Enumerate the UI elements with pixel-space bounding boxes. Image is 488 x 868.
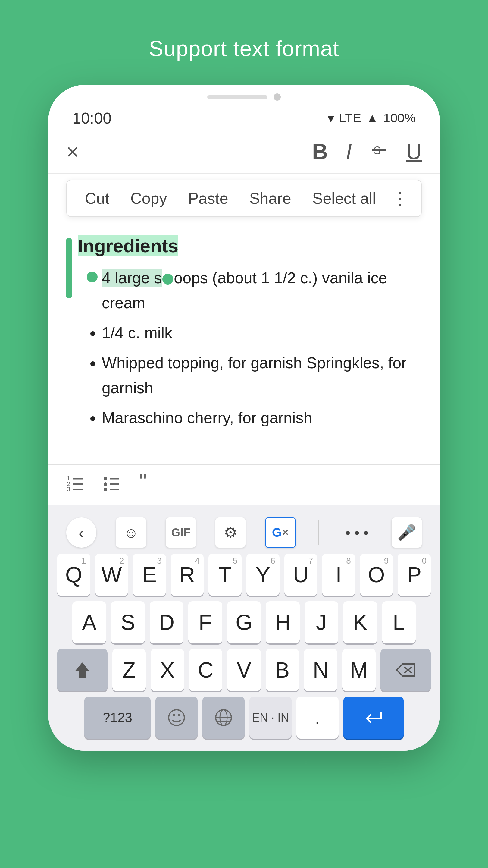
content-area: Ingredients 4 large soops (about 1 1/2 c…	[48, 223, 440, 464]
content-title: Ingredients	[78, 235, 422, 256]
key-g[interactable]: G	[227, 601, 261, 644]
selection-handle-right	[162, 274, 173, 284]
mic-button[interactable]: 🎤	[392, 518, 422, 548]
gif-button[interactable]: GIF	[166, 518, 196, 548]
numbered-list-button[interactable]: 1 2 3	[66, 474, 84, 496]
format-toolbar: × B I S U	[48, 130, 440, 174]
key-v[interactable]: V	[227, 649, 261, 691]
svg-point-19	[173, 714, 175, 716]
list-item: Whipped topping, for garnish Springkles,…	[102, 350, 422, 401]
enter-key[interactable]	[344, 696, 404, 739]
list-item: Maraschino cherry, for garnish	[102, 405, 422, 430]
share-button[interactable]: Share	[243, 186, 297, 210]
wifi-icon: ▾	[328, 111, 334, 126]
page-title: Support text format	[149, 36, 339, 61]
key-j[interactable]: J	[304, 601, 338, 644]
lte-label: LTE	[339, 111, 361, 125]
space-key[interactable]: EN · IN	[250, 696, 292, 739]
globe-key[interactable]	[202, 696, 245, 739]
svg-text:S: S	[373, 144, 381, 157]
list-item: 1/4 c. milk	[102, 320, 422, 345]
key-i[interactable]: 8I	[322, 554, 355, 596]
key-p[interactable]: 0P	[398, 554, 431, 596]
keyboard-row-1: 1Q 2W 3E 4R 5T 6Y 7U 8I 9O 0P	[48, 554, 440, 596]
list-item: 4 large soops (about 1 1/2 c.) vanila ic…	[102, 266, 422, 315]
key-d[interactable]: D	[150, 601, 184, 644]
svg-point-20	[178, 714, 181, 716]
emoji-key[interactable]	[156, 696, 198, 739]
key-y[interactable]: 6Y	[247, 554, 280, 596]
strikethrough-button[interactable]: S	[370, 139, 388, 164]
keyboard-top-row: ‹ ☺ GIF ⚙ G✕ • • • 🎤	[48, 512, 440, 554]
underline-button[interactable]: U	[406, 139, 422, 164]
shift-key[interactable]	[57, 649, 107, 691]
bold-button[interactable]: B	[312, 139, 328, 164]
context-menu: Cut Copy Paste Share Select all ⋮	[66, 180, 422, 217]
key-t[interactable]: 5T	[208, 554, 241, 596]
key-l[interactable]: L	[382, 601, 416, 644]
svg-point-12	[104, 488, 107, 491]
keyboard-back-button[interactable]: ‹	[66, 518, 96, 548]
keyboard-divider	[318, 521, 319, 545]
status-time: 10:00	[72, 109, 111, 127]
phone-notch	[48, 85, 440, 103]
bottom-format-bar: 1 2 3 "	[48, 464, 440, 505]
phone-speaker	[207, 95, 267, 99]
key-f[interactable]: F	[188, 601, 222, 644]
selection-handle-left	[87, 272, 98, 282]
key-e[interactable]: 3E	[133, 554, 166, 596]
key-r[interactable]: 4R	[171, 554, 204, 596]
status-icons: ▾ LTE ▲ 100%	[328, 111, 416, 126]
phone-camera	[273, 93, 281, 101]
phone-frame: 10:00 ▾ LTE ▲ 100% × B I S U Cut Copy Pa…	[48, 85, 440, 751]
key-w[interactable]: 2W	[95, 554, 128, 596]
svg-point-8	[104, 477, 107, 480]
cut-button[interactable]: Cut	[79, 186, 116, 210]
paste-button[interactable]: Paste	[182, 186, 234, 210]
italic-button[interactable]: I	[346, 139, 352, 164]
backspace-key[interactable]	[381, 649, 431, 691]
key-x[interactable]: X	[151, 649, 184, 691]
key-q[interactable]: 1Q	[57, 554, 90, 596]
bullet-list-button[interactable]	[102, 474, 121, 496]
more-options-button[interactable]: ⋮	[391, 188, 409, 209]
key-m[interactable]: M	[342, 649, 376, 691]
status-bar: 10:00 ▾ LTE ▲ 100%	[48, 103, 440, 130]
close-button[interactable]: ×	[66, 139, 79, 164]
key-b[interactable]: B	[266, 649, 299, 691]
key-n[interactable]: N	[304, 649, 337, 691]
more-button[interactable]: • • •	[342, 518, 372, 548]
key-z[interactable]: Z	[112, 649, 146, 691]
svg-text:": "	[139, 474, 147, 492]
selection-bar	[66, 238, 72, 299]
keyboard-row-2: A S D F G H J K L	[48, 601, 440, 644]
keyboard: ‹ ☺ GIF ⚙ G✕ • • • 🎤 1Q 2W 3E 4R 5T 6Y 7…	[48, 505, 440, 751]
period-key[interactable]: .	[296, 696, 338, 739]
svg-point-10	[104, 482, 107, 486]
key-k[interactable]: K	[343, 601, 377, 644]
numbers-key[interactable]: ?123	[84, 696, 151, 739]
key-h[interactable]: H	[266, 601, 299, 644]
emoji-board-button[interactable]: ☺	[116, 518, 146, 548]
key-u[interactable]: 7U	[284, 554, 318, 596]
key-a[interactable]: A	[72, 601, 106, 644]
svg-point-18	[169, 710, 184, 725]
select-all-button[interactable]: Select all	[306, 186, 382, 210]
copy-button[interactable]: Copy	[124, 186, 173, 210]
battery-label: 100%	[384, 111, 416, 125]
settings-button[interactable]: ⚙	[216, 518, 246, 548]
svg-marker-15	[75, 662, 90, 678]
translate-button[interactable]: G✕	[265, 518, 295, 548]
key-o[interactable]: 9O	[360, 554, 393, 596]
signal-icon: ▲	[366, 111, 379, 125]
key-s[interactable]: S	[111, 601, 144, 644]
key-c[interactable]: C	[189, 649, 222, 691]
keyboard-row-3: Z X C V B N M	[48, 649, 440, 691]
svg-text:3: 3	[67, 486, 70, 492]
bullet-list: 4 large soops (about 1 1/2 c.) vanila ic…	[78, 266, 422, 430]
keyboard-row-4: ?123 EN · IN .	[48, 696, 440, 739]
quote-button[interactable]: "	[138, 474, 157, 496]
